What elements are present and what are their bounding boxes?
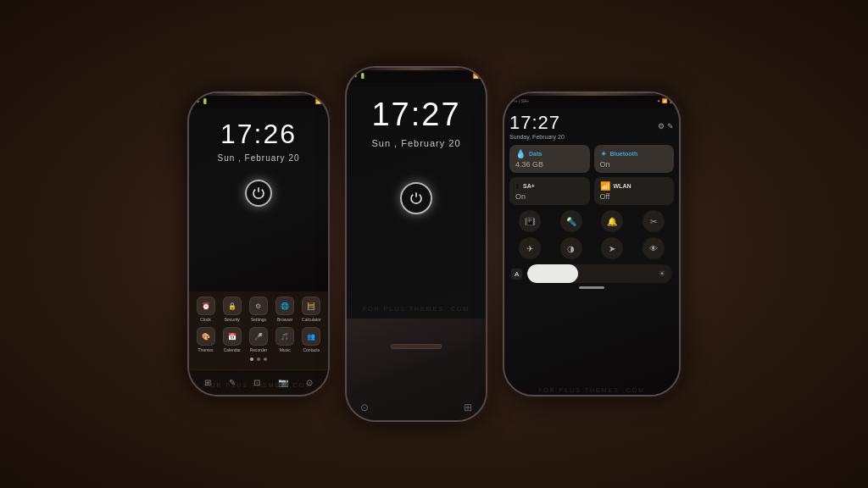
bottom-circle-icon[interactable]: ⊙	[306, 378, 313, 387]
app-security[interactable]: 🔒 Security	[220, 297, 244, 322]
bottom-apps-icon[interactable]: ⊞	[204, 378, 211, 387]
brightness-row: A ☀	[509, 264, 674, 283]
phone2-bottom-left[interactable]: ⊙	[360, 402, 369, 413]
app-settings-label: Settings	[251, 317, 266, 322]
wlan-tile-value: Off	[600, 192, 669, 201]
volume-button-p2	[486, 127, 487, 165]
toggle-vibrate[interactable]: 📳	[519, 210, 541, 232]
qs-tile-bluetooth[interactable]: ✦ Bluetooth On	[594, 145, 675, 173]
app-contacts-icon: 👥	[302, 327, 320, 346]
bottom-edit-icon[interactable]: ✎	[229, 378, 236, 387]
volume-button	[328, 144, 330, 178]
dot-2	[257, 358, 260, 361]
phone1-power-area	[189, 180, 328, 207]
phone1-time: 17:26	[189, 119, 328, 150]
data-tile-name: Data	[529, 151, 542, 157]
app-browser-icon: 🌐	[275, 297, 294, 315]
toggle-privacy[interactable]: 👁	[643, 237, 665, 259]
app-browser[interactable]: 🌐 Browser	[273, 297, 297, 322]
app-settings[interactable]: ⚙ Settings	[247, 297, 270, 322]
dot-1	[250, 358, 253, 361]
qs-tile-sa[interactable]: ↕ SA+ On	[509, 177, 590, 205]
app-music[interactable]: 🎵 Music	[273, 327, 297, 352]
phone2-lower-drawer: ⊙ ⊞	[347, 319, 486, 420]
wlan-tile-name: WLAN	[614, 183, 632, 189]
signal-icon-p1: 📶	[315, 98, 321, 104]
phone1-bottom-bar: ⊞ ✎ ⊡ 📷 ⊙	[189, 369, 328, 395]
toggle-darkmode[interactable]: ◑	[560, 237, 582, 259]
app-calendar[interactable]: 📅 Calendar	[220, 327, 244, 352]
brightness-slider[interactable]: ☀	[527, 264, 672, 283]
qs-tile-bt-header: ✦ Bluetooth	[600, 149, 669, 158]
toggle-airplane[interactable]: ✈	[519, 237, 541, 259]
phone-3: SA+ | SA+ ✦ 📶 🔋 17:27 Sunday, February 2…	[503, 92, 681, 396]
cp-header-icons: ⚙ ✎	[658, 122, 674, 130]
app-security-label: Security	[225, 317, 240, 322]
phone-1: ✦ 🔋 📶 17:26 Sun , February 20 ⏰ Clock	[187, 92, 330, 396]
brightness-slider-fill	[527, 264, 578, 283]
app-browser-label: Browser	[277, 317, 292, 322]
phones-container: ✦ 🔋 📶 17:26 Sun , February 20 ⏰ Clock	[0, 0, 868, 488]
phone2-upper-screen: ✦ 🔋 📶 17:27 Sun , February 20 FOR PLUS T…	[347, 68, 486, 319]
app-recorder-label: Recorder	[250, 347, 268, 352]
phone2-power-btn[interactable]	[400, 182, 432, 214]
phone1-screen: ✦ 🔋 📶 17:26 Sun , February 20	[189, 93, 328, 291]
toggle-screenshot[interactable]: ✂	[643, 210, 665, 232]
app-themes-label: Themes	[198, 347, 214, 352]
app-music-icon: 🎵	[275, 327, 294, 346]
bluetooth-icon-p1: ✦ 🔋	[196, 98, 208, 104]
app-clock[interactable]: ⏰ Clock	[194, 297, 218, 322]
bluetooth-icon-p2: ✦ 🔋	[353, 73, 365, 79]
phone2-power-area	[347, 182, 486, 214]
cp-settings-icon[interactable]: ⚙	[658, 122, 665, 130]
app-security-icon: 🔒	[223, 297, 242, 315]
bluetooth-icon-p3: ✦	[600, 149, 607, 158]
app-calculator[interactable]: 🧮 Calculator	[299, 297, 323, 322]
cp-time: 17:27	[509, 112, 565, 134]
brightness-sun-icon: ☀	[659, 269, 665, 278]
phone1-power-btn[interactable]	[245, 180, 272, 207]
speaker-bar	[391, 344, 442, 349]
qs-tile-data[interactable]: 💧 Data 4.36 GB	[509, 145, 590, 173]
qs-grid: 💧 Data 4.36 GB ✦ Bluetooth On	[509, 145, 674, 205]
page-dots	[192, 358, 325, 361]
toggle-flashlight[interactable]: 🔦	[560, 210, 582, 232]
qs-tile-wlan[interactable]: 📶 WLAN Off	[594, 177, 675, 205]
sa-icon: ↕	[515, 181, 520, 191]
bottom-camera-icon[interactable]: 📷	[278, 378, 288, 387]
bottom-grid-icon[interactable]: ⊡	[253, 378, 260, 387]
signal-icon-p2: 📶	[473, 73, 479, 79]
bt-tile-value: On	[600, 160, 669, 169]
phone-2: ✦ 🔋 📶 17:27 Sun , February 20 FOR PLUS T…	[345, 66, 487, 422]
toggle-location[interactable]: ➤	[601, 237, 623, 259]
toggle-notification[interactable]: 🔔	[601, 210, 623, 232]
phone1-date: Sun , February 20	[189, 153, 328, 163]
app-calculator-label: Calculator	[302, 317, 321, 322]
qs-tile-sa-header: ↕ SA+	[515, 181, 584, 191]
data-icon: 💧	[515, 149, 526, 158]
phone2-date: Sun , February 20	[347, 138, 486, 148]
phone3-notch: SA+ | SA+ ✦ 📶 🔋	[504, 93, 679, 108]
app-recorder[interactable]: 🎤 Recorder	[247, 327, 270, 352]
wlan-icon: 📶	[600, 181, 610, 191]
sa-tile-value: On	[515, 192, 584, 201]
app-clock-label: Clock	[200, 317, 211, 322]
app-calculator-icon: 🧮	[302, 297, 320, 315]
bt-icon-p3: ✦	[657, 98, 660, 103]
status-left-p3: SA+ | SA+	[509, 98, 529, 103]
app-calendar-icon: 📅	[223, 327, 242, 346]
cp-edit-icon[interactable]: ✎	[667, 122, 674, 130]
brightness-auto-label[interactable]: A	[511, 269, 522, 280]
phone3-screen: SA+ | SA+ ✦ 📶 🔋 17:27 Sunday, February 2…	[504, 93, 679, 395]
watermark-p2: FOR PLUS THEMES .COM	[347, 306, 486, 312]
phone2-notch: ✦ 🔋 📶	[347, 68, 486, 83]
app-settings-icon: ⚙	[249, 297, 268, 315]
phone2-bottom-right[interactable]: ⊞	[464, 402, 472, 413]
phone1-app-grid: ⏰ Clock 🔒 Security ⚙ Settings 🌐 Browser …	[189, 291, 328, 369]
app-clock-icon: ⏰	[197, 297, 215, 315]
power-icon-p1	[252, 186, 265, 200]
app-contacts[interactable]: 👥 Contacts	[299, 327, 323, 352]
app-themes[interactable]: 🎨 Themes	[194, 327, 218, 352]
toggle-row-1: 📳 🔦 🔔 ✂	[509, 210, 674, 232]
home-indicator-p3	[579, 286, 604, 289]
